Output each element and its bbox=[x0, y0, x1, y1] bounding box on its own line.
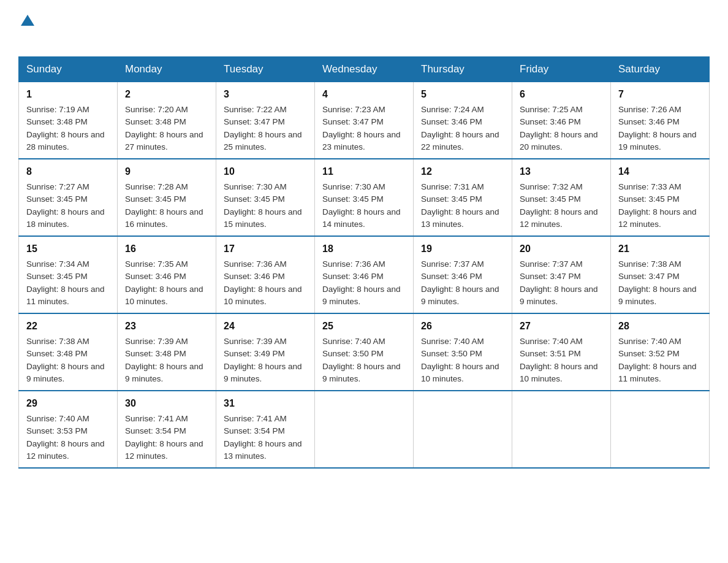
day-number: 7 bbox=[618, 87, 702, 102]
day-number: 2 bbox=[125, 87, 208, 102]
daylight-label: Daylight: 8 hours and 12 minutes. bbox=[618, 207, 697, 229]
calendar-cell: 31 Sunrise: 7:41 AM Sunset: 3:54 PM Dayl… bbox=[216, 391, 315, 468]
daylight-label: Daylight: 8 hours and 10 minutes. bbox=[125, 285, 203, 306]
sunrise-label: Sunrise: 7:32 AM bbox=[520, 182, 583, 191]
daylight-label: Daylight: 8 hours and 9 minutes. bbox=[322, 362, 401, 383]
sunrise-label: Sunrise: 7:35 AM bbox=[125, 259, 188, 269]
sunrise-label: Sunrise: 7:28 AM bbox=[125, 182, 188, 191]
calendar-cell: 29 Sunrise: 7:40 AM Sunset: 3:53 PM Dayl… bbox=[19, 391, 118, 468]
calendar-week-row: 22 Sunrise: 7:38 AM Sunset: 3:48 PM Dayl… bbox=[19, 313, 710, 391]
sunrise-label: Sunrise: 7:27 AM bbox=[26, 182, 89, 191]
daylight-label: Daylight: 8 hours and 9 minutes. bbox=[125, 362, 203, 383]
day-number: 16 bbox=[125, 242, 208, 256]
calendar-header-row: SundayMondayTuesdayWednesdayThursdayFrid… bbox=[19, 57, 710, 82]
page-header bbox=[18, 12, 710, 44]
sunrise-label: Sunrise: 7:31 AM bbox=[421, 182, 484, 191]
calendar-cell: 27 Sunrise: 7:40 AM Sunset: 3:51 PM Dayl… bbox=[512, 313, 611, 391]
column-header-monday: Monday bbox=[118, 57, 216, 82]
calendar-cell: 14 Sunrise: 7:33 AM Sunset: 3:45 PM Dayl… bbox=[611, 159, 710, 236]
day-number: 24 bbox=[224, 319, 307, 334]
day-number: 20 bbox=[520, 242, 603, 256]
sunrise-label: Sunrise: 7:30 AM bbox=[322, 182, 385, 191]
daylight-label: Daylight: 8 hours and 20 minutes. bbox=[520, 130, 598, 151]
column-header-saturday: Saturday bbox=[611, 57, 710, 82]
sunset-label: Sunset: 3:47 PM bbox=[520, 272, 581, 281]
sunset-label: Sunset: 3:47 PM bbox=[224, 117, 285, 126]
sunrise-label: Sunrise: 7:30 AM bbox=[224, 182, 287, 191]
sunrise-label: Sunrise: 7:22 AM bbox=[224, 105, 287, 114]
calendar-cell: 30 Sunrise: 7:41 AM Sunset: 3:54 PM Dayl… bbox=[118, 391, 216, 468]
calendar-cell bbox=[512, 391, 611, 468]
sunset-label: Sunset: 3:45 PM bbox=[224, 194, 285, 204]
sunset-label: Sunset: 3:46 PM bbox=[125, 272, 186, 281]
sunset-label: Sunset: 3:45 PM bbox=[26, 272, 88, 281]
day-number: 6 bbox=[520, 87, 603, 102]
sunrise-label: Sunrise: 7:37 AM bbox=[421, 259, 484, 269]
daylight-label: Daylight: 8 hours and 28 minutes. bbox=[26, 130, 105, 151]
svg-marker-0 bbox=[21, 15, 34, 26]
calendar-cell: 9 Sunrise: 7:28 AM Sunset: 3:45 PM Dayli… bbox=[118, 159, 216, 236]
calendar-cell: 25 Sunrise: 7:40 AM Sunset: 3:50 PM Dayl… bbox=[315, 313, 414, 391]
day-number: 31 bbox=[224, 396, 307, 411]
calendar-cell: 22 Sunrise: 7:38 AM Sunset: 3:48 PM Dayl… bbox=[19, 313, 118, 391]
daylight-label: Daylight: 8 hours and 12 minutes. bbox=[26, 439, 105, 461]
daylight-label: Daylight: 8 hours and 10 minutes. bbox=[224, 285, 302, 306]
calendar-cell bbox=[315, 391, 414, 468]
calendar-cell: 3 Sunrise: 7:22 AM Sunset: 3:47 PM Dayli… bbox=[216, 82, 315, 159]
daylight-label: Daylight: 8 hours and 22 minutes. bbox=[421, 130, 499, 151]
day-number: 4 bbox=[322, 87, 406, 102]
sunrise-label: Sunrise: 7:36 AM bbox=[322, 259, 385, 269]
sunset-label: Sunset: 3:45 PM bbox=[322, 194, 384, 204]
daylight-label: Daylight: 8 hours and 13 minutes. bbox=[224, 439, 302, 461]
day-number: 25 bbox=[322, 319, 406, 334]
calendar-cell: 18 Sunrise: 7:36 AM Sunset: 3:46 PM Dayl… bbox=[315, 236, 414, 313]
daylight-label: Daylight: 8 hours and 10 minutes. bbox=[421, 362, 499, 383]
calendar-cell: 26 Sunrise: 7:40 AM Sunset: 3:50 PM Dayl… bbox=[414, 313, 512, 391]
sunset-label: Sunset: 3:46 PM bbox=[520, 117, 581, 126]
day-number: 15 bbox=[26, 242, 110, 256]
calendar-cell bbox=[611, 391, 710, 468]
calendar-cell: 19 Sunrise: 7:37 AM Sunset: 3:46 PM Dayl… bbox=[414, 236, 512, 313]
daylight-label: Daylight: 8 hours and 9 minutes. bbox=[26, 362, 105, 383]
sunset-label: Sunset: 3:54 PM bbox=[224, 426, 285, 435]
day-number: 17 bbox=[224, 242, 307, 256]
sunset-label: Sunset: 3:46 PM bbox=[322, 272, 384, 281]
calendar-cell: 21 Sunrise: 7:38 AM Sunset: 3:47 PM Dayl… bbox=[611, 236, 710, 313]
daylight-label: Daylight: 8 hours and 18 minutes. bbox=[26, 207, 105, 229]
calendar-cell: 2 Sunrise: 7:20 AM Sunset: 3:48 PM Dayli… bbox=[118, 82, 216, 159]
sunset-label: Sunset: 3:45 PM bbox=[26, 194, 88, 204]
daylight-label: Daylight: 8 hours and 23 minutes. bbox=[322, 130, 401, 151]
sunset-label: Sunset: 3:46 PM bbox=[224, 272, 285, 281]
column-header-thursday: Thursday bbox=[414, 57, 512, 82]
day-number: 10 bbox=[224, 164, 307, 179]
column-header-tuesday: Tuesday bbox=[216, 57, 315, 82]
calendar-week-row: 8 Sunrise: 7:27 AM Sunset: 3:45 PM Dayli… bbox=[19, 159, 710, 236]
sunset-label: Sunset: 3:47 PM bbox=[322, 117, 384, 126]
sunset-label: Sunset: 3:48 PM bbox=[26, 117, 88, 126]
sunrise-label: Sunrise: 7:33 AM bbox=[618, 182, 681, 191]
daylight-label: Daylight: 8 hours and 10 minutes. bbox=[520, 362, 598, 383]
daylight-label: Daylight: 8 hours and 9 minutes. bbox=[421, 285, 499, 306]
sunset-label: Sunset: 3:49 PM bbox=[224, 349, 285, 358]
day-number: 5 bbox=[421, 87, 504, 102]
calendar-cell: 20 Sunrise: 7:37 AM Sunset: 3:47 PM Dayl… bbox=[512, 236, 611, 313]
day-number: 26 bbox=[421, 319, 504, 334]
day-number: 28 bbox=[618, 319, 702, 334]
sunrise-label: Sunrise: 7:40 AM bbox=[421, 337, 484, 346]
daylight-label: Daylight: 8 hours and 9 minutes. bbox=[322, 285, 401, 306]
calendar-cell: 17 Sunrise: 7:36 AM Sunset: 3:46 PM Dayl… bbox=[216, 236, 315, 313]
sunset-label: Sunset: 3:54 PM bbox=[125, 426, 186, 435]
sunset-label: Sunset: 3:46 PM bbox=[618, 117, 680, 126]
sunset-label: Sunset: 3:47 PM bbox=[618, 272, 680, 281]
column-header-friday: Friday bbox=[512, 57, 611, 82]
sunset-label: Sunset: 3:48 PM bbox=[26, 349, 88, 358]
calendar-cell: 1 Sunrise: 7:19 AM Sunset: 3:48 PM Dayli… bbox=[19, 82, 118, 159]
daylight-label: Daylight: 8 hours and 14 minutes. bbox=[322, 207, 401, 229]
day-number: 13 bbox=[520, 164, 603, 179]
sunset-label: Sunset: 3:53 PM bbox=[26, 426, 88, 435]
calendar-cell bbox=[414, 391, 512, 468]
sunrise-label: Sunrise: 7:34 AM bbox=[26, 259, 89, 269]
sunrise-label: Sunrise: 7:19 AM bbox=[26, 105, 89, 114]
day-number: 29 bbox=[26, 396, 110, 411]
day-number: 11 bbox=[322, 164, 406, 179]
